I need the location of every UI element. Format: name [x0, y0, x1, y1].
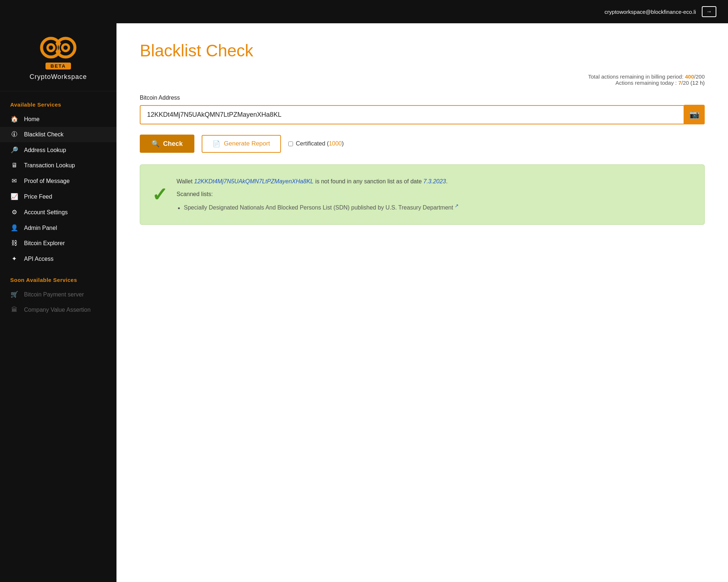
- billing-today-max: 20: [683, 80, 689, 86]
- bitcoin-payment-server-icon: 🛒: [10, 291, 18, 298]
- sidebar-brand: CryptoWorkspace: [29, 73, 87, 81]
- generate-report-button[interactable]: 📄 Generate Report: [202, 135, 281, 153]
- certificated-text: Certificated (1000): [296, 140, 344, 147]
- address-input[interactable]: [140, 105, 684, 124]
- sidebar-item-proof-of-message[interactable]: ✉ Proof of Message: [0, 173, 116, 189]
- sidebar-item-price-feed-label: Price Feed: [24, 194, 52, 200]
- sidebar-item-blacklist-check[interactable]: 🛈 Blacklist Check: [0, 127, 116, 142]
- sidebar-item-price-feed[interactable]: 📈 Price Feed: [0, 189, 116, 204]
- sidebar-item-company-value-assertion: 🏛 Company Value Assertion: [0, 302, 116, 318]
- home-icon: 🏠: [10, 115, 18, 123]
- scanned-lists-label: Scanned lists:: [177, 189, 691, 199]
- sidebar-item-bitcoin-payment-server-label: Bitcoin Payment server: [24, 291, 84, 298]
- certificated-checkbox[interactable]: [288, 141, 293, 146]
- camera-button[interactable]: 📷: [684, 105, 705, 124]
- sidebar-item-home[interactable]: 🏠 Home: [0, 111, 116, 127]
- billing-today-used: 7: [678, 80, 681, 86]
- address-field-label: Bitcoin Address: [140, 95, 705, 101]
- company-value-assertion-icon: 🏛: [10, 306, 18, 314]
- report-button-icon: 📄: [213, 140, 220, 148]
- actions-row: 🔍 Check 📄 Generate Report Certificated (…: [140, 135, 705, 153]
- sidebar-item-proof-of-message-label: Proof of Message: [24, 178, 70, 184]
- external-link-icon: ↗: [455, 203, 459, 208]
- check-button[interactable]: 🔍 Check: [140, 135, 194, 153]
- page-title: Blacklist Check: [140, 41, 705, 60]
- billing-info: Total actions remaining in billing perio…: [140, 73, 705, 86]
- result-middle-text: is not found in any sanction list as of …: [315, 178, 423, 184]
- main-content: Blacklist Check Total actions remaining …: [116, 23, 728, 582]
- transaction-lookup-icon: 🖥: [10, 162, 18, 169]
- certificated-label[interactable]: Certificated (1000): [288, 140, 344, 147]
- address-lookup-icon: 🔎: [10, 146, 18, 154]
- result-text: Wallet 12KKDt4Mj7N5UAkQMN7LtPZMayenXHa8K…: [177, 176, 691, 186]
- billing-total-max: 200: [696, 73, 705, 80]
- sidebar-item-admin-panel-label: Admin Panel: [24, 225, 57, 231]
- sidebar-item-account-settings[interactable]: ⚙ Account Settings: [0, 204, 116, 220]
- available-services-label: Available Services: [0, 91, 116, 111]
- report-button-label: Generate Report: [224, 140, 270, 147]
- soon-available-services-label: Soon Available Services: [0, 267, 116, 287]
- blacklist-check-icon: 🛈: [10, 131, 18, 138]
- check-button-icon: 🔍: [151, 140, 159, 148]
- bitcoin-explorer-icon: ⛓: [10, 240, 18, 247]
- sidebar-item-address-lookup-label: Address Lookup: [24, 147, 66, 154]
- result-date-link[interactable]: 7.3.2023: [423, 178, 446, 184]
- check-button-label: Check: [163, 140, 183, 148]
- camera-icon: 📷: [689, 110, 699, 119]
- sidebar-item-transaction-lookup-label: Transaction Lookup: [24, 162, 75, 169]
- result-wallet-link[interactable]: 12KKDt4Mj7N5UAkQMN7LtPZMayenXHa8KL: [194, 178, 313, 184]
- account-settings-icon: ⚙: [10, 208, 18, 216]
- sidebar-item-admin-panel[interactable]: 👤 Admin Panel: [0, 220, 116, 236]
- sidebar-item-home-label: Home: [24, 116, 40, 123]
- layout: BETA CryptoWorkspace Available Services …: [0, 23, 728, 582]
- billing-total-label: Total actions remaining in billing perio…: [588, 73, 684, 80]
- api-access-icon: ✦: [10, 255, 18, 263]
- list-item: Specially Designated Nationals And Block…: [184, 202, 691, 213]
- beta-badge: BETA: [46, 63, 71, 69]
- sidebar-item-blacklist-check-label: Blacklist Check: [24, 131, 63, 138]
- logo-icon: [38, 35, 78, 60]
- sidebar-item-account-settings-label: Account Settings: [24, 209, 68, 216]
- sidebar-item-transaction-lookup[interactable]: 🖥 Transaction Lookup: [0, 158, 116, 173]
- sidebar: BETA CryptoWorkspace Available Services …: [0, 23, 116, 582]
- sidebar-item-api-access-label: API Access: [24, 256, 54, 262]
- sidebar-item-company-value-assertion-label: Company Value Assertion: [24, 307, 91, 313]
- sidebar-item-bitcoin-explorer[interactable]: ⛓ Bitcoin Explorer: [0, 236, 116, 251]
- topbar-email: cryptoworkspace@blockfinance-eco.li: [605, 9, 696, 15]
- price-feed-icon: 📈: [10, 193, 18, 200]
- sidebar-item-address-lookup[interactable]: 🔎 Address Lookup: [0, 142, 116, 158]
- scanned-lists: Specially Designated Nationals And Block…: [177, 202, 691, 213]
- billing-today-label: Actions remaining today :: [616, 80, 677, 86]
- result-box: ✓ Wallet 12KKDt4Mj7N5UAkQMN7LtPZMayenXHa…: [140, 164, 705, 225]
- sidebar-item-bitcoin-payment-server: 🛒 Bitcoin Payment server: [0, 287, 116, 302]
- sidebar-item-api-access[interactable]: ✦ API Access: [0, 251, 116, 267]
- logout-button[interactable]: →: [702, 6, 716, 17]
- admin-panel-icon: 👤: [10, 224, 18, 232]
- sidebar-logo: BETA CryptoWorkspace: [0, 23, 116, 91]
- address-input-row: 📷: [140, 105, 705, 124]
- result-wallet-prefix: Wallet: [177, 178, 194, 184]
- sidebar-item-bitcoin-explorer-label: Bitcoin Explorer: [24, 240, 65, 247]
- checkmark-icon: ✓: [152, 185, 168, 204]
- topbar: cryptoworkspace@blockfinance-eco.li →: [0, 0, 728, 23]
- billing-total-used: 400: [685, 73, 694, 80]
- billing-today-period: (12 h): [691, 80, 705, 86]
- proof-of-message-icon: ✉: [10, 177, 18, 185]
